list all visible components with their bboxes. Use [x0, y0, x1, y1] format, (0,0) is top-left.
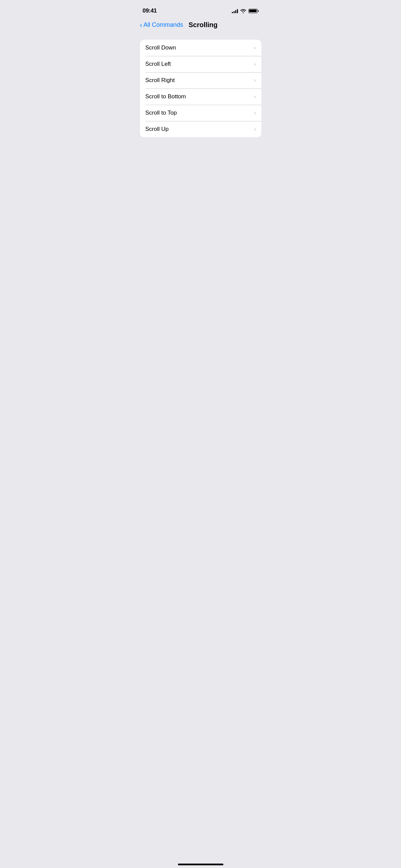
- back-label: All Commands: [143, 21, 183, 28]
- chevron-right-icon: ›: [254, 110, 256, 116]
- list-item-scroll-to-bottom[interactable]: Scroll to Bottom›: [140, 88, 261, 105]
- status-icons: [232, 9, 259, 13]
- commands-list: Scroll Down›Scroll Left›Scroll Right›Scr…: [140, 40, 261, 137]
- chevron-right-icon: ›: [254, 45, 256, 51]
- list-item-scroll-to-top[interactable]: Scroll to Top›: [140, 105, 261, 121]
- battery-body: [248, 9, 258, 13]
- signal-bar-2: [234, 11, 235, 13]
- list-item-label-scroll-to-bottom: Scroll to Bottom: [145, 93, 186, 100]
- list-item-label-scroll-up: Scroll Up: [145, 126, 169, 133]
- chevron-right-icon: ›: [254, 94, 256, 99]
- signal-bar-4: [237, 9, 238, 13]
- battery-icon: [248, 9, 259, 13]
- list-item-label-scroll-to-top: Scroll to Top: [145, 110, 177, 116]
- list-item-label-scroll-right: Scroll Right: [145, 77, 175, 84]
- chevron-right-icon: ›: [254, 78, 256, 83]
- battery-fill: [249, 9, 257, 12]
- list-item-scroll-down[interactable]: Scroll Down›: [140, 40, 261, 56]
- page-title: Scrolling: [188, 21, 261, 29]
- chevron-right-icon: ›: [254, 126, 256, 132]
- signal-bar-3: [235, 10, 236, 13]
- list-item-scroll-up[interactable]: Scroll Up›: [140, 121, 261, 137]
- nav-bar: ‹ All Commands Scrolling: [135, 18, 267, 34]
- signal-icon: [232, 9, 238, 13]
- list-item-label-scroll-down: Scroll Down: [145, 44, 176, 51]
- signal-bar-1: [232, 12, 233, 13]
- status-bar: 09:41: [135, 0, 267, 17]
- list-item-scroll-right[interactable]: Scroll Right›: [140, 72, 261, 88]
- battery-tip: [258, 10, 259, 12]
- chevron-right-icon: ›: [254, 61, 256, 67]
- back-button[interactable]: ‹ All Commands: [140, 21, 183, 28]
- status-time: 09:41: [143, 7, 157, 14]
- back-chevron-icon: ‹: [140, 21, 142, 28]
- wifi-icon: [240, 9, 246, 13]
- list-item-label-scroll-left: Scroll Left: [145, 61, 171, 67]
- list-item-scroll-left[interactable]: Scroll Left›: [140, 56, 261, 72]
- content-area: Scroll Down›Scroll Left›Scroll Right›Scr…: [135, 34, 267, 137]
